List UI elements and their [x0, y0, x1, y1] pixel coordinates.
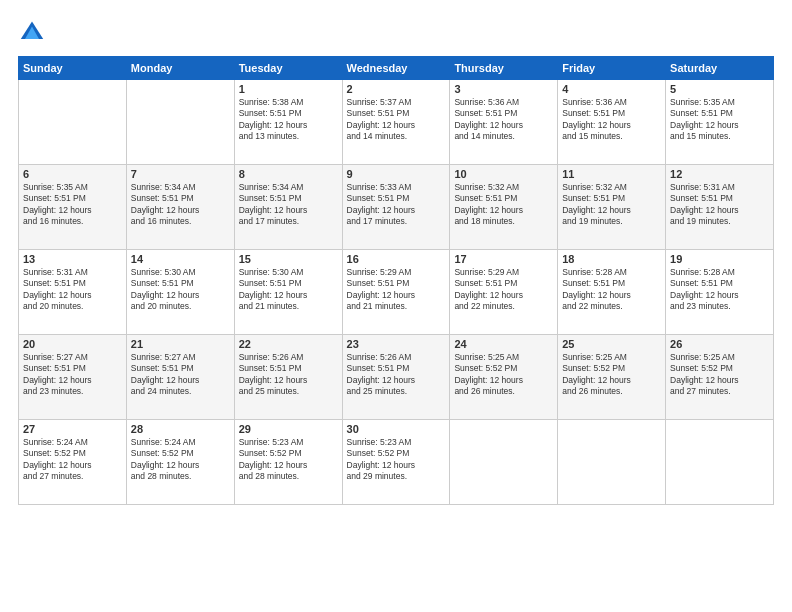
calendar-cell: 17Sunrise: 5:29 AM Sunset: 5:51 PM Dayli…	[450, 250, 558, 335]
cell-info: Sunrise: 5:36 AM Sunset: 5:51 PM Dayligh…	[454, 97, 553, 143]
cell-info: Sunrise: 5:35 AM Sunset: 5:51 PM Dayligh…	[23, 182, 122, 228]
cell-info: Sunrise: 5:28 AM Sunset: 5:51 PM Dayligh…	[670, 267, 769, 313]
cell-info: Sunrise: 5:25 AM Sunset: 5:52 PM Dayligh…	[670, 352, 769, 398]
calendar-cell: 14Sunrise: 5:30 AM Sunset: 5:51 PM Dayli…	[126, 250, 234, 335]
calendar-cell: 29Sunrise: 5:23 AM Sunset: 5:52 PM Dayli…	[234, 420, 342, 505]
cell-info: Sunrise: 5:23 AM Sunset: 5:52 PM Dayligh…	[239, 437, 338, 483]
calendar-cell: 13Sunrise: 5:31 AM Sunset: 5:51 PM Dayli…	[19, 250, 127, 335]
calendar-week-row: 6Sunrise: 5:35 AM Sunset: 5:51 PM Daylig…	[19, 165, 774, 250]
cell-info: Sunrise: 5:37 AM Sunset: 5:51 PM Dayligh…	[347, 97, 446, 143]
calendar-cell: 24Sunrise: 5:25 AM Sunset: 5:52 PM Dayli…	[450, 335, 558, 420]
calendar-header-row: SundayMondayTuesdayWednesdayThursdayFrid…	[19, 57, 774, 80]
cell-info: Sunrise: 5:27 AM Sunset: 5:51 PM Dayligh…	[131, 352, 230, 398]
day-number: 27	[23, 423, 122, 435]
calendar-table: SundayMondayTuesdayWednesdayThursdayFrid…	[18, 56, 774, 505]
day-number: 24	[454, 338, 553, 350]
day-number: 2	[347, 83, 446, 95]
cell-info: Sunrise: 5:27 AM Sunset: 5:51 PM Dayligh…	[23, 352, 122, 398]
calendar-cell: 6Sunrise: 5:35 AM Sunset: 5:51 PM Daylig…	[19, 165, 127, 250]
day-number: 11	[562, 168, 661, 180]
cell-info: Sunrise: 5:25 AM Sunset: 5:52 PM Dayligh…	[562, 352, 661, 398]
header-day-monday: Monday	[126, 57, 234, 80]
calendar-cell: 4Sunrise: 5:36 AM Sunset: 5:51 PM Daylig…	[558, 80, 666, 165]
cell-info: Sunrise: 5:23 AM Sunset: 5:52 PM Dayligh…	[347, 437, 446, 483]
calendar-cell: 15Sunrise: 5:30 AM Sunset: 5:51 PM Dayli…	[234, 250, 342, 335]
calendar-cell: 18Sunrise: 5:28 AM Sunset: 5:51 PM Dayli…	[558, 250, 666, 335]
cell-info: Sunrise: 5:36 AM Sunset: 5:51 PM Dayligh…	[562, 97, 661, 143]
day-number: 12	[670, 168, 769, 180]
day-number: 19	[670, 253, 769, 265]
calendar-cell: 12Sunrise: 5:31 AM Sunset: 5:51 PM Dayli…	[666, 165, 774, 250]
logo-icon	[18, 18, 46, 46]
cell-info: Sunrise: 5:29 AM Sunset: 5:51 PM Dayligh…	[454, 267, 553, 313]
cell-info: Sunrise: 5:34 AM Sunset: 5:51 PM Dayligh…	[239, 182, 338, 228]
calendar-cell: 8Sunrise: 5:34 AM Sunset: 5:51 PM Daylig…	[234, 165, 342, 250]
day-number: 26	[670, 338, 769, 350]
day-number: 14	[131, 253, 230, 265]
day-number: 13	[23, 253, 122, 265]
cell-info: Sunrise: 5:24 AM Sunset: 5:52 PM Dayligh…	[23, 437, 122, 483]
day-number: 8	[239, 168, 338, 180]
header-day-thursday: Thursday	[450, 57, 558, 80]
cell-info: Sunrise: 5:25 AM Sunset: 5:52 PM Dayligh…	[454, 352, 553, 398]
cell-info: Sunrise: 5:26 AM Sunset: 5:51 PM Dayligh…	[347, 352, 446, 398]
cell-info: Sunrise: 5:29 AM Sunset: 5:51 PM Dayligh…	[347, 267, 446, 313]
day-number: 17	[454, 253, 553, 265]
cell-info: Sunrise: 5:30 AM Sunset: 5:51 PM Dayligh…	[131, 267, 230, 313]
day-number: 16	[347, 253, 446, 265]
calendar-cell	[666, 420, 774, 505]
calendar-cell: 10Sunrise: 5:32 AM Sunset: 5:51 PM Dayli…	[450, 165, 558, 250]
header-day-tuesday: Tuesday	[234, 57, 342, 80]
header-day-sunday: Sunday	[19, 57, 127, 80]
day-number: 29	[239, 423, 338, 435]
calendar-cell: 28Sunrise: 5:24 AM Sunset: 5:52 PM Dayli…	[126, 420, 234, 505]
day-number: 23	[347, 338, 446, 350]
calendar-cell	[19, 80, 127, 165]
calendar-cell	[450, 420, 558, 505]
logo	[18, 18, 50, 46]
cell-info: Sunrise: 5:28 AM Sunset: 5:51 PM Dayligh…	[562, 267, 661, 313]
calendar-cell: 27Sunrise: 5:24 AM Sunset: 5:52 PM Dayli…	[19, 420, 127, 505]
cell-info: Sunrise: 5:38 AM Sunset: 5:51 PM Dayligh…	[239, 97, 338, 143]
calendar-week-row: 20Sunrise: 5:27 AM Sunset: 5:51 PM Dayli…	[19, 335, 774, 420]
calendar-cell	[558, 420, 666, 505]
calendar-cell: 23Sunrise: 5:26 AM Sunset: 5:51 PM Dayli…	[342, 335, 450, 420]
calendar-week-row: 13Sunrise: 5:31 AM Sunset: 5:51 PM Dayli…	[19, 250, 774, 335]
calendar-cell: 3Sunrise: 5:36 AM Sunset: 5:51 PM Daylig…	[450, 80, 558, 165]
day-number: 6	[23, 168, 122, 180]
day-number: 18	[562, 253, 661, 265]
cell-info: Sunrise: 5:31 AM Sunset: 5:51 PM Dayligh…	[23, 267, 122, 313]
calendar-cell: 25Sunrise: 5:25 AM Sunset: 5:52 PM Dayli…	[558, 335, 666, 420]
calendar-cell: 26Sunrise: 5:25 AM Sunset: 5:52 PM Dayli…	[666, 335, 774, 420]
day-number: 9	[347, 168, 446, 180]
calendar-cell: 11Sunrise: 5:32 AM Sunset: 5:51 PM Dayli…	[558, 165, 666, 250]
calendar-week-row: 27Sunrise: 5:24 AM Sunset: 5:52 PM Dayli…	[19, 420, 774, 505]
day-number: 5	[670, 83, 769, 95]
header-day-friday: Friday	[558, 57, 666, 80]
calendar-cell: 1Sunrise: 5:38 AM Sunset: 5:51 PM Daylig…	[234, 80, 342, 165]
day-number: 22	[239, 338, 338, 350]
cell-info: Sunrise: 5:34 AM Sunset: 5:51 PM Dayligh…	[131, 182, 230, 228]
cell-info: Sunrise: 5:30 AM Sunset: 5:51 PM Dayligh…	[239, 267, 338, 313]
day-number: 7	[131, 168, 230, 180]
page: SundayMondayTuesdayWednesdayThursdayFrid…	[0, 0, 792, 612]
calendar-cell: 2Sunrise: 5:37 AM Sunset: 5:51 PM Daylig…	[342, 80, 450, 165]
cell-info: Sunrise: 5:24 AM Sunset: 5:52 PM Dayligh…	[131, 437, 230, 483]
day-number: 4	[562, 83, 661, 95]
calendar-cell: 7Sunrise: 5:34 AM Sunset: 5:51 PM Daylig…	[126, 165, 234, 250]
cell-info: Sunrise: 5:31 AM Sunset: 5:51 PM Dayligh…	[670, 182, 769, 228]
day-number: 21	[131, 338, 230, 350]
day-number: 25	[562, 338, 661, 350]
calendar-cell: 9Sunrise: 5:33 AM Sunset: 5:51 PM Daylig…	[342, 165, 450, 250]
day-number: 10	[454, 168, 553, 180]
day-number: 15	[239, 253, 338, 265]
calendar-cell: 20Sunrise: 5:27 AM Sunset: 5:51 PM Dayli…	[19, 335, 127, 420]
header-day-saturday: Saturday	[666, 57, 774, 80]
day-number: 30	[347, 423, 446, 435]
day-number: 3	[454, 83, 553, 95]
day-number: 1	[239, 83, 338, 95]
calendar-cell: 19Sunrise: 5:28 AM Sunset: 5:51 PM Dayli…	[666, 250, 774, 335]
cell-info: Sunrise: 5:26 AM Sunset: 5:51 PM Dayligh…	[239, 352, 338, 398]
calendar-cell	[126, 80, 234, 165]
day-number: 28	[131, 423, 230, 435]
